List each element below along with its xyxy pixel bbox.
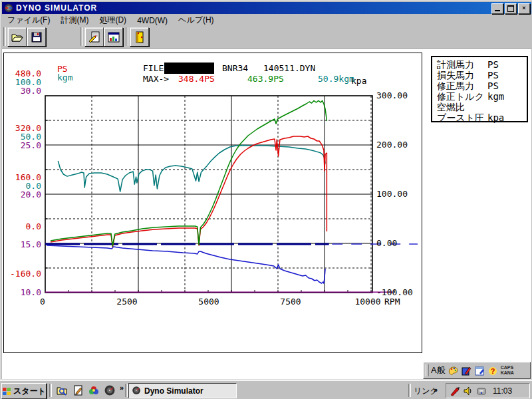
legend-item-loss-power: 損失馬力PS <box>437 70 527 80</box>
drag-handle-icon[interactable] <box>426 364 429 376</box>
find-folder-icon[interactable] <box>56 384 68 397</box>
window-title: DYNO SIMULATOR <box>16 3 97 13</box>
system-tray: 11:03 <box>446 383 530 398</box>
taskbar: スタート » Dyno Simulator リンク » <box>0 380 532 399</box>
toolbar-separator <box>3 27 6 46</box>
graph-window-button[interactable] <box>104 27 123 47</box>
dyno-app-icon[interactable] <box>104 384 116 397</box>
ime-mode-indicator[interactable]: A般 <box>431 364 446 376</box>
taskbar-separator <box>49 384 52 397</box>
menu-process[interactable]: 処理(D) <box>94 14 132 27</box>
task-button-dyno-simulator[interactable]: Dyno Simulator <box>128 383 237 398</box>
measure-edit-button[interactable] <box>84 27 104 47</box>
taskbar-separator <box>408 384 411 397</box>
menu-bar: ファイル(F) 計測(M) 処理(D) 4WD(W) ヘルプ(H) <box>2 15 531 26</box>
car-model: BNR34 <box>222 64 248 73</box>
start-button[interactable]: スタート <box>1 383 47 399</box>
menu-measure[interactable]: 計測(M) <box>55 14 94 27</box>
svg-text:?: ? <box>490 367 495 375</box>
colors-app-icon[interactable] <box>88 384 100 397</box>
caps-indicator[interactable]: CAPS <box>501 365 514 370</box>
edit-page-icon[interactable] <box>72 384 84 397</box>
legend-item-corrected-power: 修正馬力PS <box>437 80 527 91</box>
legend-item-boost: ブースト圧kpa <box>437 112 527 123</box>
toolbar-separator <box>80 27 83 46</box>
quick-launch-overflow[interactable]: » <box>120 384 124 392</box>
measure-edit-icon <box>88 31 101 44</box>
dyno-task-icon <box>132 386 142 396</box>
graph-window-icon <box>107 31 120 44</box>
menu-file[interactable]: ファイル(F) <box>2 14 55 27</box>
redacted-filename <box>164 63 214 74</box>
menu-4wd[interactable]: 4WD(W) <box>132 15 173 26</box>
max-measured-ps: 348.4PS <box>178 74 215 84</box>
max-corrected-ps: 463.9PS <box>247 74 284 84</box>
open-file-button[interactable] <box>7 27 27 47</box>
legend-box: 計測馬力PS 損失馬力PS 修正馬力PS 修正トルクkgm 空燃比 ブースト圧k… <box>431 56 528 122</box>
app-icon <box>4 3 13 13</box>
save-floppy-icon <box>30 31 43 44</box>
toolbar-separator <box>126 27 128 46</box>
device-tray-icon[interactable] <box>475 385 487 397</box>
exit-door-icon <box>133 31 146 44</box>
taskbar-separator <box>125 384 128 397</box>
title-bar[interactable]: DYNO SIMULATOR × <box>2 2 531 14</box>
dyno-chart <box>3 53 422 353</box>
maximize-button[interactable] <box>505 3 517 14</box>
volume-tray-icon[interactable] <box>462 385 474 397</box>
task-label: Dyno Simulator <box>144 386 203 396</box>
legend-item-corrected-torque: 修正トルクkgm <box>437 91 527 102</box>
exit-button[interactable] <box>130 27 149 47</box>
chart-canvas <box>3 53 422 353</box>
pen-tray-icon[interactable] <box>449 385 461 397</box>
file-label: FILE <box>143 64 164 73</box>
torque-curve <box>58 146 325 192</box>
save-file-button[interactable] <box>27 27 46 47</box>
loss-power-curve <box>47 245 325 283</box>
clock[interactable]: 11:03 <box>493 386 512 396</box>
minimize-button[interactable] <box>491 3 503 14</box>
kgm-axis-title: kgm <box>57 73 72 82</box>
links-overflow[interactable]: » <box>434 386 438 394</box>
legend-item-measured-power: 計測馬力PS <box>437 59 527 70</box>
kana-indicator[interactable]: KANA <box>501 370 514 376</box>
file-name: 140511.DYN <box>263 64 315 73</box>
toolbar <box>2 26 531 49</box>
screen: { "window": { "title": "DYNO SIMULATOR" … <box>0 0 532 399</box>
ime-dictionary-icon[interactable] <box>461 365 472 376</box>
max-torque: 50.9kgm <box>318 74 354 84</box>
start-label: スタート <box>13 386 46 397</box>
legend-item-air-fuel: 空燃比 <box>437 102 527 112</box>
max-label: MAX-> <box>143 74 169 84</box>
ime-toolbar[interactable]: A般 ? CAPS KANA <box>423 362 531 379</box>
windows-logo-icon <box>2 387 11 396</box>
ime-pad-icon[interactable] <box>474 365 485 376</box>
menu-help[interactable]: ヘルプ(H) <box>173 14 219 27</box>
ime-help-icon[interactable]: ? <box>487 365 499 376</box>
open-folder-icon <box>11 31 24 44</box>
ime-palette-icon[interactable] <box>448 365 459 376</box>
close-button[interactable]: × <box>518 3 530 14</box>
